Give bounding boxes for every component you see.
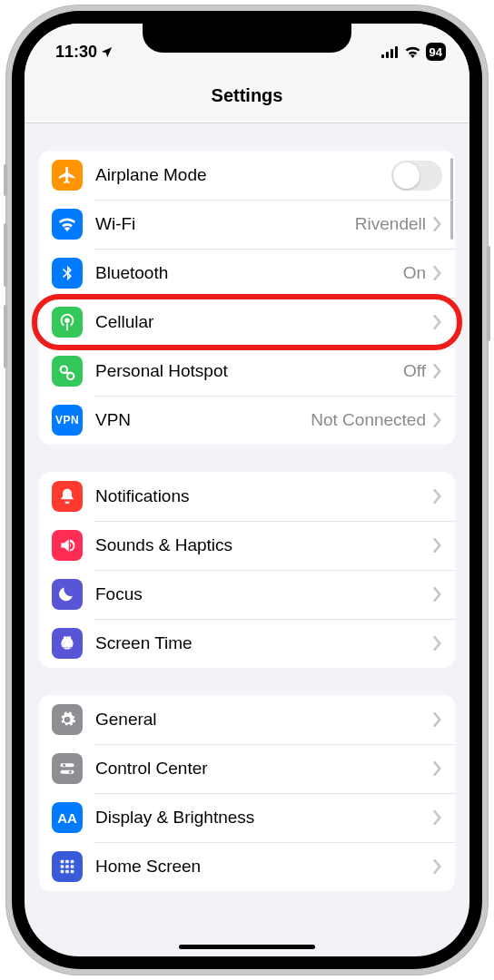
svg-rect-4 bbox=[61, 763, 74, 767]
svg-rect-8 bbox=[61, 860, 64, 864]
general-icon bbox=[52, 704, 83, 735]
row-control-center[interactable]: Control Center bbox=[39, 744, 455, 793]
row-label: Personal Hotspot bbox=[95, 361, 403, 381]
chevron-right-icon bbox=[433, 217, 442, 231]
chevron-right-icon bbox=[433, 538, 442, 553]
nav-header: Settings bbox=[25, 69, 469, 123]
row-home-screen[interactable]: Home Screen bbox=[39, 842, 455, 891]
row-label: VPN bbox=[95, 410, 311, 430]
svg-rect-12 bbox=[65, 865, 69, 868]
vpn-icon: VPN bbox=[52, 405, 83, 436]
svg-rect-14 bbox=[61, 870, 64, 874]
row-focus[interactable]: Focus bbox=[39, 570, 455, 619]
row-label: Airplane Mode bbox=[95, 165, 391, 185]
chevron-right-icon bbox=[433, 810, 442, 825]
row-notifications[interactable]: Notifications bbox=[39, 472, 455, 521]
content-area[interactable]: Airplane Mode Wi-Fi Rivendell bbox=[25, 123, 469, 956]
row-airplane-mode[interactable]: Airplane Mode bbox=[39, 151, 455, 200]
row-label: General bbox=[95, 710, 433, 730]
airplane-icon bbox=[52, 160, 83, 191]
row-label: Cellular bbox=[95, 312, 433, 332]
svg-rect-11 bbox=[61, 865, 64, 868]
cellular-icon bbox=[52, 307, 83, 338]
home-screen-icon bbox=[52, 851, 83, 882]
notch bbox=[143, 24, 351, 53]
row-wifi[interactable]: Wi-Fi Rivendell bbox=[39, 200, 455, 249]
row-value: On bbox=[403, 263, 426, 283]
row-label: Bluetooth bbox=[95, 263, 403, 283]
status-time: 11:30 bbox=[55, 43, 97, 62]
row-bluetooth[interactable]: Bluetooth On bbox=[39, 249, 455, 298]
svg-rect-10 bbox=[71, 860, 74, 864]
chevron-right-icon bbox=[433, 364, 442, 378]
row-label: Control Center bbox=[95, 759, 433, 779]
row-cellular[interactable]: Cellular bbox=[39, 298, 455, 347]
row-label: Sounds & Haptics bbox=[95, 535, 433, 555]
chevron-right-icon bbox=[433, 761, 442, 776]
cellular-signal-icon bbox=[381, 46, 400, 58]
chevron-right-icon bbox=[433, 587, 442, 602]
row-general[interactable]: General bbox=[39, 695, 455, 744]
row-personal-hotspot[interactable]: Personal Hotspot Off bbox=[39, 347, 455, 396]
row-label: Home Screen bbox=[95, 857, 433, 877]
control-center-icon bbox=[52, 753, 83, 784]
row-label: Screen Time bbox=[95, 633, 433, 653]
chevron-right-icon bbox=[433, 266, 442, 280]
location-icon bbox=[100, 45, 114, 59]
notifications-icon bbox=[52, 481, 83, 512]
row-label: Wi-Fi bbox=[95, 214, 355, 234]
screen: 11:30 94 bbox=[25, 24, 469, 956]
airplane-toggle[interactable] bbox=[391, 161, 442, 191]
chevron-right-icon bbox=[433, 712, 442, 727]
settings-group-general: General Control Center AA Display & Brig… bbox=[39, 695, 455, 891]
row-screen-time[interactable]: Screen Time bbox=[39, 619, 455, 668]
chevron-right-icon bbox=[433, 315, 442, 329]
svg-rect-15 bbox=[65, 870, 69, 874]
svg-rect-0 bbox=[381, 54, 384, 58]
svg-point-7 bbox=[69, 770, 72, 773]
battery-indicator: 94 bbox=[426, 43, 446, 61]
hotspot-icon bbox=[52, 356, 83, 387]
row-label: Display & Brightness bbox=[95, 808, 433, 828]
row-sounds[interactable]: Sounds & Haptics bbox=[39, 521, 455, 570]
row-value: Off bbox=[403, 361, 426, 381]
svg-rect-16 bbox=[71, 870, 74, 874]
page-title: Settings bbox=[212, 85, 283, 106]
chevron-right-icon bbox=[433, 489, 442, 504]
screentime-icon bbox=[52, 628, 83, 659]
chevron-right-icon bbox=[433, 636, 442, 651]
svg-rect-2 bbox=[390, 49, 393, 58]
chevron-right-icon bbox=[433, 413, 442, 427]
wifi-icon bbox=[404, 45, 421, 58]
svg-rect-13 bbox=[71, 865, 74, 868]
row-value: Rivendell bbox=[355, 214, 426, 234]
row-value: Not Connected bbox=[311, 410, 426, 430]
settings-group-connectivity: Airplane Mode Wi-Fi Rivendell bbox=[39, 151, 455, 445]
bluetooth-icon bbox=[52, 258, 83, 289]
focus-icon bbox=[52, 579, 83, 610]
settings-group-notifications: Notifications Sounds & Haptics bbox=[39, 472, 455, 668]
chevron-right-icon bbox=[433, 859, 442, 874]
home-indicator[interactable] bbox=[179, 945, 315, 949]
row-display-brightness[interactable]: AA Display & Brightness bbox=[39, 793, 455, 842]
svg-point-5 bbox=[63, 764, 65, 767]
svg-rect-9 bbox=[65, 860, 69, 864]
svg-rect-1 bbox=[386, 52, 389, 58]
sounds-icon bbox=[52, 530, 83, 561]
wifi-settings-icon bbox=[52, 209, 83, 240]
svg-rect-3 bbox=[395, 46, 398, 58]
row-label: Notifications bbox=[95, 486, 433, 506]
svg-rect-6 bbox=[61, 770, 74, 774]
row-label: Focus bbox=[95, 584, 433, 604]
display-icon: AA bbox=[52, 802, 83, 833]
row-vpn[interactable]: VPN VPN Not Connected bbox=[39, 396, 455, 445]
